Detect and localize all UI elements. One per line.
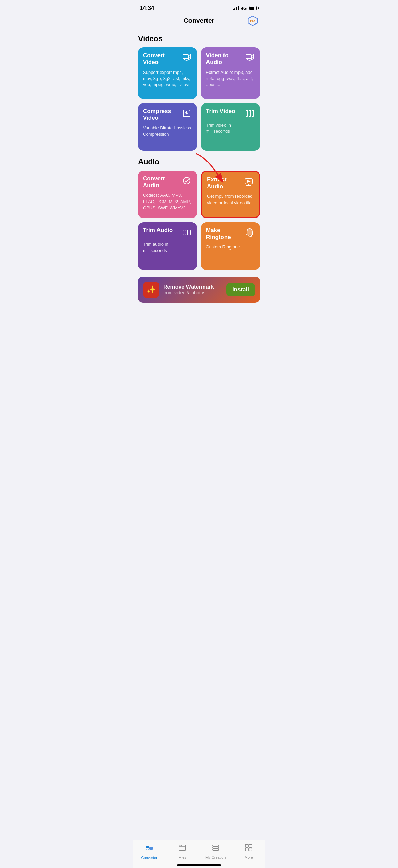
svg-rect-12 [183,230,186,235]
convert-video-card[interactable]: Convert Video Support export mp4, mov, 3… [138,47,197,99]
convert-audio-title: Convert Audio [143,175,181,189]
page-title: Converter [184,17,214,25]
network-label: 4G [241,6,247,11]
trim-video-icon [244,108,255,119]
videos-grid: Convert Video Support export mp4, mov, 3… [138,47,260,151]
ad-subtitle: from video & photos [163,290,214,295]
ad-icon: ✨ [143,282,159,298]
convert-video-desc: Support export mp4, mov, 3gp, 3g2, asf, … [143,69,192,94]
svg-rect-3 [246,54,251,59]
status-time: 14:34 [139,5,154,12]
make-ringtone-card[interactable]: Make Ringtone Custom Ringtone [201,222,260,270]
compress-video-desc: Variable Bitrate Lossless Compression [143,125,192,137]
extract-audio-card[interactable]: Extract Audio Get mp3 from recorded vide… [201,171,260,218]
convert-audio-card[interactable]: Convert Audio Codecs: AAC, MP3, FLAC, PC… [138,171,197,218]
svg-rect-5 [246,110,248,116]
svg-rect-7 [252,110,254,116]
trim-video-title: Trim Video [206,108,244,115]
pro-badge-icon[interactable]: Pro [247,15,259,27]
audio-section: Convert Audio Codecs: AAC, MP3, FLAC, PC… [138,171,260,270]
compress-video-icon [181,108,192,119]
trim-audio-desc: Trim audio in milliseconds [143,241,192,254]
install-button[interactable]: Install [226,283,255,296]
trim-video-card[interactable]: Trim Video Trim video in milliseconds [201,103,260,151]
status-bar: 14:34 4G [133,0,265,14]
convert-video-title: Convert Video [143,52,181,66]
bell-icon [244,227,255,238]
videos-section-title: Videos [138,34,260,43]
svg-rect-6 [249,110,251,116]
trim-audio-icon [181,227,192,238]
video-to-audio-card[interactable]: Video to Audio Extract Audio: mp3, aac, … [201,47,260,99]
app-header: Converter Pro [133,14,265,29]
svg-rect-13 [187,230,190,235]
ad-title: Remove Watermark [163,284,214,290]
trim-video-desc: Trim video in milliseconds [206,122,255,134]
ad-text: Remove Watermark from video & photos [163,284,214,295]
battery-icon [249,6,259,10]
convert-audio-icon [181,175,192,186]
extract-audio-icon [243,176,254,187]
convert-video-icon [181,52,192,63]
signal-icon [233,6,239,10]
trim-audio-card[interactable]: Trim Audio Trim audio in milliseconds [138,222,197,270]
video-to-audio-title: Video to Audio [206,52,244,66]
extract-audio-title: Extract Audio [207,176,243,190]
video-to-audio-desc: Extract Audio: mp3, aac, m4a, ogg, wav, … [206,69,255,88]
make-ringtone-desc: Custom Ringtone [206,244,255,250]
ad-banner[interactable]: ✨ Remove Watermark from video & photos I… [138,277,260,303]
extract-audio-desc: Get mp3 from recorded video or local vid… [207,193,254,206]
svg-rect-2 [183,54,188,59]
video-to-audio-icon [244,52,255,63]
ad-left: ✨ Remove Watermark from video & photos [143,282,214,298]
compress-video-title: Compress Video [143,108,181,122]
compress-video-card[interactable]: Compress Video Variable Bitrate Lossless… [138,103,197,151]
convert-audio-desc: Codecs: AAC, MP3, FLAC, PCM, MP2, AMR, O… [143,192,192,211]
svg-marker-11 [247,180,251,183]
svg-text:Pro: Pro [250,19,255,23]
main-content: Videos Convert Video Support export mp4,… [133,29,265,337]
make-ringtone-title: Make Ringtone [206,227,244,241]
audio-section-title: Audio [138,158,260,166]
status-icons: 4G [233,6,259,11]
audio-grid: Convert Audio Codecs: AAC, MP3, FLAC, PC… [138,171,260,270]
svg-point-9 [183,177,190,184]
trim-audio-title: Trim Audio [143,227,181,234]
